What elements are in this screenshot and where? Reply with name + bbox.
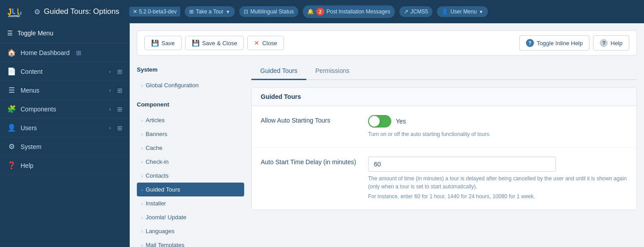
close-icon: ✕ <box>254 39 259 47</box>
menus-icon: ☰ <box>7 86 16 94</box>
save-icon: 💾 <box>151 39 159 47</box>
content-area: System › Global Configuration Component … <box>137 63 637 247</box>
save-button[interactable]: 💾 Save <box>144 36 182 50</box>
panel-item-guided-tours[interactable]: › Guided Tours <box>137 183 244 196</box>
question-icon: ? <box>526 39 534 47</box>
multilingual-status-button[interactable]: ⊡ Multilingual Status <box>239 6 298 17</box>
panel-item-cache[interactable]: › Cache <box>137 141 244 155</box>
jcms-button[interactable]: ↗ JCMS5 <box>399 6 432 17</box>
sidebar-item-content[interactable]: 📄 Content › ⊞ <box>0 62 130 81</box>
time-delay-label: Auto Start Time Delay (in minutes) <box>261 157 359 166</box>
guided-tours-card: Guided Tours Allow Auto Starting Tours <box>251 87 637 210</box>
chevron-right-icon: › <box>109 106 111 112</box>
sidebar-item-home-dashboard[interactable]: 🏠 Home Dashboard ⊞ <box>0 43 130 62</box>
sidebar: ☰ Toggle Menu 🏠 Home Dashboard ⊞ 📄 Conte… <box>0 23 130 247</box>
components-icon: 🧩 <box>7 105 16 113</box>
settings-row-auto-start: Allow Auto Starting Tours Yes <box>252 106 636 148</box>
help-button[interactable]: ? Help <box>593 35 629 51</box>
users-icon: 👤 <box>7 124 16 132</box>
chevron-right-icon: › <box>109 68 111 75</box>
toggle-inline-help-button[interactable]: ? Toggle Inline Help <box>519 35 589 51</box>
time-delay-hint-2: For instance, enter 60 for 1 hour, 1440 … <box>368 192 627 200</box>
chevron-down-icon: ▼ <box>226 9 230 14</box>
time-delay-input[interactable] <box>368 157 556 172</box>
joomla-logo[interactable]: Joomla! <box>5 5 25 18</box>
toggle-wrap: Yes <box>368 115 627 128</box>
home-icon: 🏠 <box>7 48 16 57</box>
left-panel: System › Global Configuration Component … <box>137 63 244 247</box>
sidebar-item-components[interactable]: 🧩 Components › ⊞ <box>0 100 130 119</box>
auto-start-hint: Turn on or off the auto starting functio… <box>368 130 627 138</box>
card-title: Guided Tours <box>252 88 636 106</box>
system-section-title: System <box>137 63 244 77</box>
help-q-icon: ? <box>600 39 608 47</box>
chevron-right-icon: › <box>141 187 143 192</box>
toggle-yes-label: Yes <box>396 118 406 125</box>
tab-guided-tours[interactable]: Guided Tours <box>251 63 306 80</box>
toggle-menu-button[interactable]: ☰ Toggle Menu <box>0 23 130 43</box>
chevron-right-icon: › <box>141 132 143 137</box>
chevron-right-icon: › <box>141 118 143 123</box>
menu-icon: ☰ <box>7 30 13 37</box>
grid-icon: ⊞ <box>117 124 123 132</box>
close-button[interactable]: ✕ Close <box>247 36 284 50</box>
panel-item-articles[interactable]: › Articles <box>137 113 244 127</box>
panel-item-global-config[interactable]: › Global Configuration <box>137 78 244 92</box>
auto-start-label: Allow Auto Starting Tours <box>261 115 359 124</box>
save-close-button[interactable]: 💾 Save & Close <box>185 36 244 50</box>
panel-item-languages[interactable]: › Languages <box>137 224 244 238</box>
system-icon: ⚙ <box>7 142 16 151</box>
grid-icon: ⊞ <box>76 49 81 56</box>
settings-row-time-delay: Auto Start Time Delay (in minutes) The a… <box>252 148 636 210</box>
app-layout: ☰ Toggle Menu 🏠 Home Dashboard ⊞ 📄 Conte… <box>0 23 644 247</box>
panel-item-banners[interactable]: › Banners <box>137 127 244 141</box>
take-tour-button[interactable]: ⊞ Take a Tour ▼ <box>185 6 235 17</box>
chevron-right-icon: › <box>141 145 143 151</box>
component-section-title: Component <box>137 98 244 111</box>
time-delay-control: The amount of time (in minutes) a tour i… <box>368 157 627 200</box>
save-close-icon: 💾 <box>192 39 199 47</box>
user-menu-button[interactable]: 👤 User Menu ▼ <box>437 6 488 17</box>
toggle-knob <box>369 116 380 127</box>
chevron-right-icon: › <box>141 243 143 247</box>
page-title-nav: ⚙ Guided Tours: Options <box>34 7 119 16</box>
external-link-icon: ↗ <box>404 9 408 15</box>
post-install-button[interactable]: 🔔 2 Post Installation Messages <box>303 5 395 18</box>
chevron-right-icon: › <box>141 229 143 234</box>
chevron-right-icon: › <box>109 87 111 94</box>
help-icon: ❓ <box>7 161 16 170</box>
right-panel: Guided Tours Permissions Guided Tours Al… <box>251 63 637 247</box>
sidebar-item-menus[interactable]: ☰ Menus › ⊞ <box>0 81 130 100</box>
panel-item-contacts[interactable]: › Contacts <box>137 169 244 183</box>
notification-badge: 2 <box>316 8 324 16</box>
panel-item-installer[interactable]: › Installer <box>137 196 244 210</box>
content-icon: 📄 <box>7 67 16 76</box>
svg-text:Joomla!: Joomla! <box>8 14 20 17</box>
chevron-right-icon: › <box>141 215 143 220</box>
sidebar-item-users[interactable]: 👤 Users › ⊞ <box>0 119 130 137</box>
chevron-down-icon: ▼ <box>479 9 483 14</box>
chevron-right-icon: › <box>141 201 143 206</box>
gear-icon: ⚙ <box>34 8 40 16</box>
chevron-right-icon: › <box>141 159 143 165</box>
grid-icon: ⊞ <box>117 87 123 94</box>
sidebar-item-help[interactable]: ❓ Help <box>0 156 130 175</box>
panel-item-check-in[interactable]: › Check-in <box>137 155 244 169</box>
toolbar: 💾 Save 💾 Save & Close ✕ Close ? Toggle I… <box>137 30 637 55</box>
auto-start-toggle[interactable] <box>368 115 391 128</box>
time-delay-hint-1: The amount of time (in minutes) a tour i… <box>368 175 627 191</box>
bell-icon: 🔔 <box>307 9 314 15</box>
sidebar-item-system[interactable]: ⚙ System <box>0 137 130 156</box>
version-badge: ✕ 5.2.0-beta3-dev <box>129 7 180 17</box>
navbar: Joomla! ⚙ Guided Tours: Options ✕ 5.2.0-… <box>0 0 644 23</box>
chevron-right-icon: › <box>141 173 143 179</box>
chevron-right-icon: › <box>141 83 143 88</box>
chevron-right-icon: › <box>109 125 111 131</box>
user-icon: 👤 <box>441 9 448 15</box>
panel-item-joomla-update[interactable]: › Joomla! Update <box>137 210 244 224</box>
tab-permissions[interactable]: Permissions <box>306 63 358 80</box>
panel-item-mail-templates[interactable]: › Mail Templates <box>137 238 244 247</box>
auto-start-control: Yes Turn on or off the auto starting fun… <box>368 115 627 138</box>
joomla-x-icon: ✕ <box>133 9 137 15</box>
tour-icon: ⊞ <box>189 9 194 15</box>
